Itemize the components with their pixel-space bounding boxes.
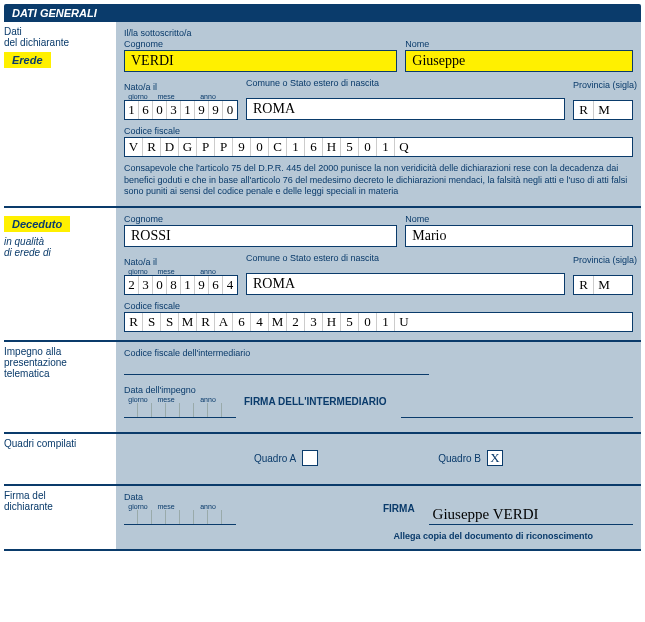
- tag-erede: Erede: [4, 52, 51, 68]
- int-firma-input[interactable]: [401, 400, 633, 418]
- impegno-l1: Impegno alla: [4, 346, 112, 357]
- left-col-dichiarante: Dati del dichiarante Erede: [4, 22, 116, 206]
- section-quadri: Quadri compilati Quadro A Quadro B X: [4, 434, 641, 486]
- cognome-label: Cognome: [124, 39, 397, 49]
- nome-label: Nome: [405, 39, 633, 49]
- dec-cf-label: Codice fiscale: [124, 301, 633, 311]
- section-header: DATI GENERALI: [4, 4, 641, 22]
- firma-l2: dichiarante: [4, 501, 112, 512]
- int-data-input[interactable]: [124, 403, 236, 418]
- dec-nome-label: Nome: [405, 214, 633, 224]
- quadri-label: Quadri compilati: [4, 438, 112, 449]
- impegno-l3: telematica: [4, 368, 112, 379]
- section-deceduto: Deceduto in qualità di erede di Cognome …: [4, 208, 641, 342]
- dec-cognome-label: Cognome: [124, 214, 397, 224]
- quadro-a-checkbox[interactable]: [302, 450, 318, 466]
- firma-data-label: Data: [124, 492, 236, 502]
- right-col-impegno: Codice fiscale dell'intermediario Data d…: [116, 342, 641, 432]
- cf-input[interactable]: VR DG PP 90 C1 6H 50 1Q: [124, 137, 633, 157]
- quadro-a-label: Quadro A: [254, 453, 296, 464]
- comune-input[interactable]: ROMA: [246, 98, 565, 120]
- dec-dob-input[interactable]: 23 08 19 64: [124, 275, 238, 295]
- quadro-b-label: Quadro B: [438, 453, 481, 464]
- impegno-l2: presentazione: [4, 357, 112, 368]
- quadro-b: Quadro B X: [438, 450, 503, 466]
- int-cf-label: Codice fiscale dell'intermediario: [124, 348, 633, 358]
- cognome-input[interactable]: VERDI: [124, 50, 397, 72]
- firma-l1: Firma del: [4, 490, 112, 501]
- nome-input[interactable]: Giuseppe: [405, 50, 633, 72]
- dec-cognome-input[interactable]: ROSSI: [124, 225, 397, 247]
- right-col-firma: Data giorno mese anno FIRMA Giuseppe VER…: [116, 486, 641, 549]
- dec-comune-input[interactable]: ROMA: [246, 273, 565, 295]
- dec-date-sublabels: giorno mese anno: [124, 268, 238, 275]
- left-col-deceduto: Deceduto in qualità di erede di: [4, 208, 116, 340]
- dob-input[interactable]: 16 03 19 90: [124, 100, 238, 120]
- dec-nato-label: Nato/a il: [124, 257, 238, 267]
- legal-note: Consapevole che l'articolo 75 del D.P.R.…: [124, 163, 633, 198]
- prov-label: Provincia (sigla): [573, 80, 633, 90]
- section-dichiarante: Dati del dichiarante Erede Il/la sottosc…: [4, 22, 641, 208]
- right-col-deceduto: Cognome ROSSI Nome Mario Nato/a il giorn…: [116, 208, 641, 340]
- section-impegno: Impegno alla presentazione telematica Co…: [4, 342, 641, 434]
- dec-cf-input[interactable]: RS SM RA 64 M2 3H 50 1U: [124, 312, 633, 332]
- cf-label: Codice fiscale: [124, 126, 633, 136]
- comune-label: Comune o Stato estero di nascita: [246, 78, 565, 88]
- prov-input[interactable]: R M: [573, 100, 633, 120]
- dec-nome-input[interactable]: Mario: [405, 225, 633, 247]
- label-di-erede: di erede di: [4, 247, 112, 258]
- dec-comune-label: Comune o Stato estero di nascita: [246, 253, 565, 263]
- dec-prov-input[interactable]: R M: [573, 275, 633, 295]
- dec-prov-label: Provincia (sigla): [573, 255, 633, 265]
- date-sublabels: giorno mese anno: [124, 93, 238, 100]
- tag-deceduto: Deceduto: [4, 216, 70, 232]
- section-firma: Firma del dichiarante Data giorno mese a…: [4, 486, 641, 551]
- left-col-quadri: Quadri compilati: [4, 434, 116, 484]
- firma-label: FIRMA: [383, 503, 421, 514]
- right-col-dichiarante: Il/la sottoscritto/a Cognome VERDI Nome …: [116, 22, 641, 206]
- form-container: DATI GENERALI Dati del dichiarante Erede…: [0, 0, 645, 555]
- intro-label: Il/la sottoscritto/a: [124, 28, 633, 38]
- label-dati: Dati: [4, 26, 112, 37]
- firma-input[interactable]: Giuseppe VERDI: [429, 506, 633, 525]
- left-col-firma: Firma del dichiarante: [4, 486, 116, 549]
- right-col-quadri: Quadro A Quadro B X: [116, 434, 641, 484]
- int-firma-label: FIRMA DELL'INTERMEDIARIO: [244, 396, 393, 407]
- attach-note: Allega copia del documento di riconoscim…: [124, 531, 633, 541]
- quadro-a: Quadro A: [254, 450, 318, 466]
- firma-data-input[interactable]: [124, 510, 236, 525]
- label-in-qualita: in qualità: [4, 236, 112, 247]
- int-data-label: Data dell'impegno: [124, 385, 236, 395]
- nato-label: Nato/a il: [124, 82, 238, 92]
- int-cf-input[interactable]: [124, 359, 429, 375]
- left-col-impegno: Impegno alla presentazione telematica: [4, 342, 116, 432]
- label-del-dichiarante: del dichiarante: [4, 37, 112, 48]
- quadro-b-checkbox[interactable]: X: [487, 450, 503, 466]
